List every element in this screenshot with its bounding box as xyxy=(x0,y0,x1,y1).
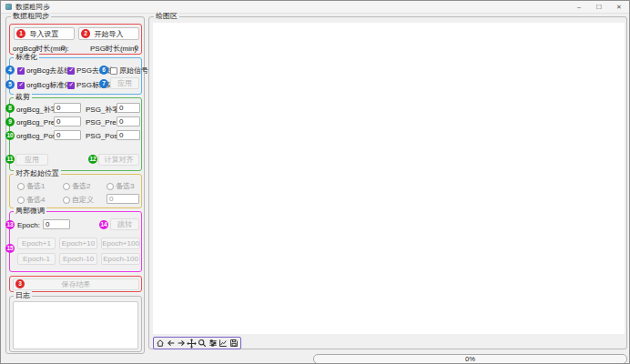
epoch-input[interactable] xyxy=(43,219,70,229)
candidate2-radio[interactable]: 备选2 xyxy=(63,181,90,191)
customize-icon[interactable] xyxy=(218,338,228,349)
log-group: 日志 xyxy=(9,296,142,352)
save-results-button[interactable]: 保存结果 xyxy=(13,278,139,290)
orgbcg-pre-input[interactable] xyxy=(54,116,81,126)
epoch-plus-10-button[interactable]: Epoch+10 xyxy=(59,238,97,249)
psg-duration-label: PSG时长(min): xyxy=(90,44,138,54)
custom-radio[interactable]: 自定义 xyxy=(63,195,94,205)
crop-section-title: 裁剪 xyxy=(14,93,32,102)
pan-icon[interactable] xyxy=(187,338,197,349)
log-group-title: 日志 xyxy=(14,291,32,300)
step-badge-5: 5 xyxy=(5,80,15,89)
save-icon[interactable] xyxy=(229,338,239,349)
crop-section: 裁剪 8 orgBcg_补零: PSG_补零: 9 orgBcg_Pre: PS… xyxy=(9,97,142,171)
psg-pre-label: PSG_Pre: xyxy=(86,118,118,126)
back-icon[interactable] xyxy=(166,338,175,349)
candidate4-radio[interactable]: 备选4 xyxy=(17,195,45,205)
compute-align-button[interactable]: 计算对齐 xyxy=(98,154,139,166)
custom-position-input[interactable] xyxy=(107,194,139,204)
step-badge-4: 4 xyxy=(5,66,15,75)
orgbcg-zeropad-input[interactable] xyxy=(54,103,81,113)
step-badge-9: 9 xyxy=(5,117,15,126)
radio-dot xyxy=(107,183,114,190)
epoch-plus-100-button[interactable]: Epoch+100 xyxy=(101,238,140,249)
step-badge-8: 8 xyxy=(5,104,15,113)
epoch-minus-10-button[interactable]: Epoch-10 xyxy=(59,253,97,265)
normalize-section-title: 标准化 xyxy=(14,53,39,62)
step-badge-11: 11 xyxy=(5,155,15,164)
step-badge-15: 15 xyxy=(5,244,15,253)
radio-label: 备选2 xyxy=(72,181,90,191)
orgbcg-post-input[interactable] xyxy=(54,130,81,140)
crop-apply-button[interactable]: 应用 xyxy=(15,154,48,166)
radio-label: 备选1 xyxy=(26,181,45,191)
left-group-title: 数据粗同步 xyxy=(11,12,51,21)
psg-zeropad-input[interactable] xyxy=(117,103,140,113)
psg-duration-value: 0 xyxy=(135,44,138,52)
epoch-minus-1-button[interactable]: Epoch-1 xyxy=(17,253,56,265)
raw-signal-checkbox[interactable]: 原始信号 xyxy=(110,66,148,76)
zoom-icon[interactable] xyxy=(198,338,207,349)
progress-bar: 0% xyxy=(313,354,627,364)
candidate1-radio[interactable]: 备选1 xyxy=(17,181,45,191)
progress-label: 0% xyxy=(465,355,475,363)
radio-dot xyxy=(63,197,70,204)
log-textarea[interactable] xyxy=(13,301,138,349)
save-section: 保存结果 3 xyxy=(9,276,142,292)
plot-group: 绘图区 xyxy=(148,16,627,349)
radio-label: 备选4 xyxy=(26,195,45,205)
align-start-section: 对齐起始位置 备选1 备选2 备选3 备选4 自定义 xyxy=(9,174,142,208)
left-control-group: 数据粗同步 导入设置 1 开始导入 2 orgBcg时长(min): 0 PSG… xyxy=(5,16,145,354)
step-badge-2: 2 xyxy=(81,29,90,38)
step-badge-7: 7 xyxy=(99,79,108,88)
checkbox-box xyxy=(67,67,75,75)
import-section: 导入设置 1 开始导入 2 orgBcg时长(min): 0 PSG时长(min… xyxy=(9,24,142,55)
radio-dot xyxy=(63,183,70,190)
minimize-button[interactable]: – xyxy=(569,1,589,13)
checkbox-box xyxy=(110,67,117,75)
align-section-title: 对齐起始位置 xyxy=(14,169,61,178)
app-icon xyxy=(5,4,12,10)
step-badge-14: 14 xyxy=(99,220,108,229)
radio-label: 自定义 xyxy=(72,195,94,205)
normalize-section: 标准化 4 orgBcg去基线 PSG去基线 6 原始信号 5 orgBcg标准… xyxy=(9,57,142,95)
psg-pre-input[interactable] xyxy=(117,116,140,126)
step-badge-12: 12 xyxy=(88,155,97,164)
finetune-section: 局部微调 13 Epoch: 14 跳转 15 Epoch+1 Epoch+10… xyxy=(9,211,142,272)
radio-label: 备选3 xyxy=(116,181,134,191)
step-badge-6: 6 xyxy=(99,66,108,75)
checkbox-box xyxy=(17,82,25,89)
step-badge-13: 13 xyxy=(5,220,15,229)
epoch-minus-100-button[interactable]: Epoch-100 xyxy=(101,253,140,265)
subplots-icon[interactable] xyxy=(208,338,218,349)
checkbox-box xyxy=(67,82,75,89)
step-badge-3: 3 xyxy=(15,279,25,288)
checkbox-label: 原始信号 xyxy=(119,66,148,76)
radio-dot xyxy=(17,183,25,190)
window-title: 数据粗同步 xyxy=(15,3,50,12)
checkbox-label: orgBcg标准化 xyxy=(26,80,71,90)
epoch-plus-1-button[interactable]: Epoch+1 xyxy=(17,238,56,249)
radio-dot xyxy=(17,197,25,204)
home-icon[interactable] xyxy=(156,338,165,349)
plot-group-title: 绘图区 xyxy=(154,12,179,21)
orgbcg-duration-value: 0 xyxy=(61,44,65,52)
epoch-label: Epoch: xyxy=(17,221,40,229)
close-button[interactable]: ✕ xyxy=(609,1,629,13)
orgbcg-detrend-checkbox[interactable]: orgBcg去基线 xyxy=(17,66,71,76)
normalize-apply-button[interactable]: 应用 xyxy=(110,77,139,89)
plot-canvas[interactable] xyxy=(153,23,625,334)
finetune-section-title: 局部微调 xyxy=(14,207,46,216)
forward-icon[interactable] xyxy=(177,338,186,349)
orgbcg-pre-label: orgBcg_Pre: xyxy=(16,118,56,126)
candidate3-radio[interactable]: 备选3 xyxy=(107,181,134,191)
orgbcg-normalize-checkbox[interactable]: orgBcg标准化 xyxy=(17,80,71,90)
maximize-button[interactable]: ☐ xyxy=(589,1,609,13)
psg-post-input[interactable] xyxy=(117,130,140,140)
titlebar: 数据粗同步 – ☐ ✕ xyxy=(1,1,629,14)
jump-button[interactable]: 跳转 xyxy=(110,218,139,230)
plot-toolbar xyxy=(153,337,241,349)
step-badge-1: 1 xyxy=(16,29,25,38)
checkbox-box xyxy=(17,67,25,75)
window-controls: – ☐ ✕ xyxy=(569,1,629,13)
